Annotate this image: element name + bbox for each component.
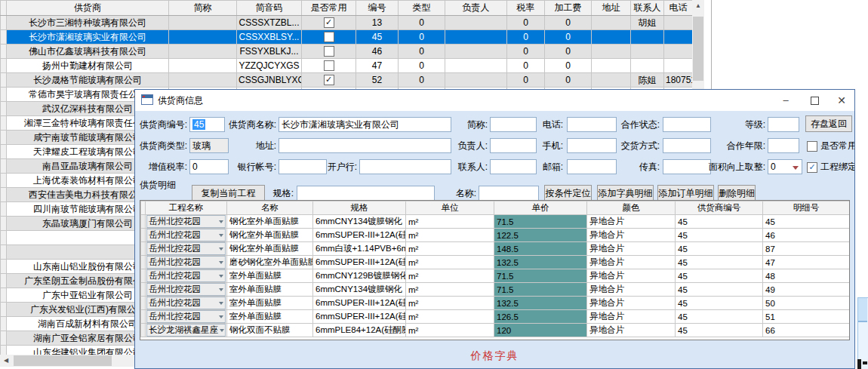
row-header[interactable]	[1, 102, 7, 116]
row-header[interactable]	[1, 317, 7, 331]
detail-row[interactable]: 岳州北控花园室外单面贴膜6mmCNY134镀膜钢化m²71.5异地合片4549	[141, 283, 850, 297]
project-combobox[interactable]: 岳州北控花园	[146, 242, 226, 255]
row-header[interactable]	[1, 260, 7, 274]
detail-row[interactable]: 岳州北控花园室外单面贴膜6mmSUPER-III+12A(硅...m²132.5…	[141, 297, 850, 310]
bank-field[interactable]	[359, 159, 451, 174]
grid-column-header[interactable]: 工程名称	[146, 201, 227, 215]
grade-field[interactable]	[768, 117, 799, 132]
row-header[interactable]	[1, 288, 7, 303]
checkbox-icon[interactable]	[324, 46, 334, 57]
contact-field[interactable]	[490, 159, 537, 174]
row-header[interactable]	[1, 45, 7, 59]
table-row[interactable]: 佛山市亿鑫玻璃科技有限公司FSSYXBLKJ...46000	[1, 45, 693, 59]
row-header[interactable]	[1, 231, 7, 245]
column-header[interactable]: 简音码	[237, 1, 302, 16]
row-header[interactable]	[1, 346, 7, 355]
row-header[interactable]	[1, 16, 7, 30]
supplier-name-field[interactable]: 长沙市潇湘玻璃实业有限公司	[279, 117, 451, 132]
short-name-field[interactable]	[490, 117, 537, 132]
row-header[interactable]	[1, 131, 7, 145]
row-header[interactable]	[1, 73, 7, 88]
grid-column-header[interactable]: 规格	[313, 201, 406, 215]
column-header[interactable]: 负责人	[445, 1, 507, 16]
supplier-type-field[interactable]: 玻璃	[189, 138, 229, 153]
row-header[interactable]	[1, 274, 7, 288]
table-row[interactable]: 扬州中勤建材有限公司YZZQJCYXGS47000	[1, 59, 693, 73]
row-header[interactable]	[1, 159, 7, 174]
detail-row[interactable]: 长沙龙湖祺鑫星座钢化双面不贴膜6mmPLE84+12A(硅酮胶...m²120异…	[141, 324, 850, 337]
checkbox-checked-icon[interactable]: ✓	[324, 17, 334, 28]
scroll-up-icon[interactable]: ▲	[692, 0, 704, 12]
project-combobox[interactable]: 岳州北控花园	[146, 229, 226, 241]
project-combobox[interactable]: 岳州北控花园	[146, 269, 226, 282]
scroll-left-icon[interactable]: ◀	[0, 355, 12, 367]
mobile-field[interactable]	[567, 138, 617, 153]
area-round-combobox[interactable]: 0	[768, 159, 802, 174]
column-header[interactable]: 地址	[592, 1, 631, 16]
row-header[interactable]	[1, 88, 7, 102]
detail-row[interactable]: 岳州北控花园室外单面贴膜6mmSUPER-III+12A(硅...m²126.5…	[141, 310, 850, 324]
row-header[interactable]	[1, 59, 7, 73]
row-header[interactable]	[1, 245, 7, 260]
project-bind-checkbox[interactable]: ✓工程绑定	[807, 159, 855, 174]
address-field[interactable]	[279, 138, 451, 153]
copy-current-project-button[interactable]: 复制当前工程	[192, 185, 265, 201]
column-header[interactable]: 税率	[507, 1, 545, 16]
add-order-detail-button[interactable]: 添加订单明细	[657, 185, 714, 201]
column-header[interactable]: 是否常用	[302, 1, 356, 16]
coop-years-field[interactable]	[768, 138, 799, 153]
grid-column-header[interactable]: 单价	[494, 201, 587, 215]
row-header[interactable]	[1, 116, 7, 131]
detail-row[interactable]: 岳州北控花园磨砂钢化室外单面贴膜6mmSUPER-III+12A(硅...m²1…	[141, 256, 850, 269]
column-header[interactable]: 电话	[664, 1, 693, 16]
row-header[interactable]	[1, 188, 7, 202]
row-header[interactable]	[1, 145, 7, 159]
minimize-button[interactable]: –	[774, 90, 798, 111]
row-header[interactable]	[1, 202, 7, 217]
project-combobox[interactable]: 岳州北控花园	[146, 283, 226, 296]
maximize-button[interactable]	[802, 90, 826, 111]
grid-column-header[interactable]: 明细号	[763, 201, 850, 215]
project-combobox[interactable]: 岳州北控花园	[146, 310, 226, 323]
checkbox-icon[interactable]	[324, 60, 334, 71]
name-filter-field[interactable]	[479, 186, 539, 201]
row-header[interactable]	[1, 303, 7, 317]
spec-filter-field[interactable]	[297, 186, 435, 201]
detail-row[interactable]: 岳州北控花园室外单面贴膜6mmCNY129B镀膜钢化m²71.5异地合片4548	[141, 269, 850, 283]
row-header[interactable]	[1, 30, 7, 45]
table-row[interactable]: 长沙市三湘特种玻璃有限公司CSSSXTZBL...✓13000胡姐	[1, 16, 693, 30]
column-header[interactable]: 编号	[356, 1, 399, 16]
common-use-checkbox[interactable]: 是否常用	[807, 138, 855, 153]
detail-row[interactable]: 岳州北控花园钢化室外单面贴膜6mm白玻+1.14PVB+6mm...m²148.…	[141, 242, 850, 256]
grid-column-header[interactable]: 单位	[406, 201, 494, 215]
checkbox-icon[interactable]	[324, 32, 334, 42]
detail-row[interactable]: 岳州北控花园钢化室外单面贴膜6mmSUPER-III+12A(硅...m²122…	[141, 229, 850, 242]
horizontal-scroll-thumb[interactable]	[14, 355, 112, 366]
dialog-titlebar[interactable]: 供货商信息 – ✕	[135, 90, 854, 111]
manager-field[interactable]	[490, 138, 537, 153]
vertical-scroll-thumb[interactable]	[693, 17, 703, 81]
checkbox-checked-icon[interactable]: ✓	[324, 75, 334, 85]
grid-column-header[interactable]: 名称	[227, 201, 313, 215]
column-header[interactable]: 简称	[169, 1, 237, 16]
column-header[interactable]: 加工费	[545, 1, 592, 16]
grid-column-header[interactable]: 颜色	[587, 201, 676, 215]
add-dictionary-detail-button[interactable]: 添加字典明细	[597, 185, 654, 201]
project-combobox[interactable]: 岳州北控花园	[146, 215, 226, 228]
detail-row[interactable]: 岳州北控花园钢化室外单面贴膜6mmCNY134镀膜钢化m²71.5异地合片454…	[141, 215, 850, 229]
row-header[interactable]	[1, 174, 7, 188]
project-combobox[interactable]: 岳州北控花园	[146, 256, 226, 269]
row-header[interactable]	[1, 217, 7, 231]
supplier-no-field[interactable]: 45	[189, 117, 225, 132]
locate-by-condition-button[interactable]: 按条件定位	[544, 185, 592, 201]
vat-field[interactable]: 0	[189, 159, 229, 174]
column-header[interactable]: 类型	[399, 1, 445, 16]
close-button[interactable]: ✕	[830, 90, 854, 111]
coop-status-field[interactable]	[663, 117, 711, 132]
column-header[interactable]: 联系人	[631, 1, 664, 16]
row-header[interactable]	[1, 331, 7, 346]
email-field[interactable]	[567, 159, 617, 174]
delete-detail-button[interactable]: 删除明细	[718, 185, 756, 201]
grid-column-header[interactable]: 供货商编号	[676, 201, 763, 215]
project-combobox[interactable]: 长沙龙湖祺鑫星座	[146, 324, 226, 337]
